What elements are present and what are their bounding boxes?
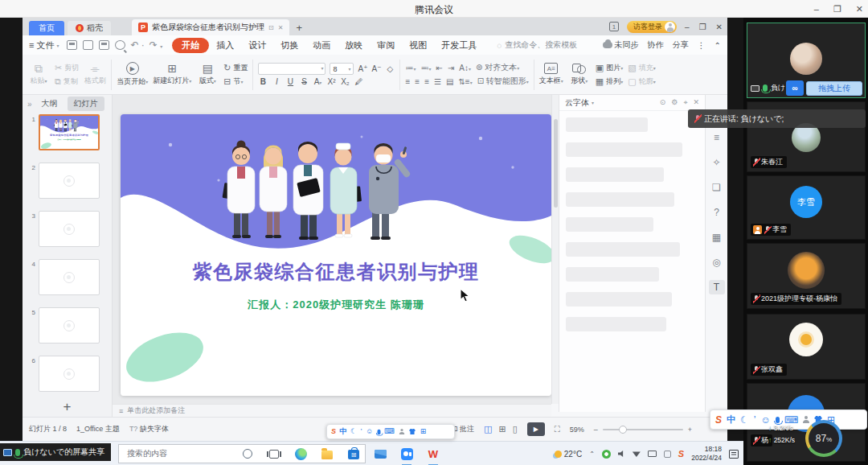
font-size-select[interactable]: 8▾ (330, 63, 354, 75)
network-icon[interactable] (633, 451, 641, 457)
slideshow-play-button[interactable]: ▶ (527, 422, 545, 436)
properties-icon[interactable]: ≡ (709, 130, 725, 145)
fill-button[interactable]: ▧填充▾ (628, 63, 655, 73)
align-right-icon[interactable]: ≡ (424, 77, 429, 86)
participant-tile[interactable]: 李雪 李雪 (747, 175, 866, 240)
normal-view-icon[interactable]: ◫ (484, 424, 492, 434)
section-button[interactable]: ⊟节▾ (223, 76, 248, 87)
task-view-button[interactable] (268, 447, 280, 460)
output-icon[interactable] (83, 40, 93, 50)
new-tab-button[interactable]: + (296, 19, 302, 35)
font-color-icon[interactable]: A▾ (313, 77, 322, 86)
reset-button[interactable]: ↻重置 (223, 63, 248, 73)
tray-expand-icon[interactable]: ⌃ (589, 451, 595, 458)
slide-thumbnail-4[interactable] (39, 259, 100, 295)
layout-button[interactable]: ▤ 版式▾ (196, 63, 219, 86)
more-icon[interactable]: ⋮ (698, 41, 706, 50)
share-button[interactable]: 分享 (673, 39, 689, 51)
window-icon[interactable]: ❏ (709, 180, 725, 195)
file-explorer-button[interactable] (321, 447, 334, 460)
bold-icon[interactable]: B (258, 77, 268, 86)
font-list[interactable] (559, 111, 705, 348)
comments-button[interactable]: ⊡ 批注 (452, 424, 474, 434)
textbox-button[interactable]: A≡ 文本框▾ (539, 63, 563, 86)
outdent-icon[interactable]: ⇤ (436, 64, 443, 72)
sogou-tray-icon[interactable]: S (678, 449, 684, 459)
undo-icon[interactable]: ↶ · (130, 39, 144, 51)
superscript-icon[interactable]: X² (326, 77, 336, 86)
indent-icon[interactable]: ⇥ (448, 64, 454, 72)
sync-status[interactable]: 未同步 (603, 39, 639, 51)
meeting-app-button[interactable] (400, 447, 413, 460)
menu-tab-design[interactable]: 设计 (241, 38, 273, 53)
wps-maximize-icon[interactable]: ❐ (699, 23, 706, 31)
align-left-icon[interactable]: ≡ (405, 77, 410, 86)
file-menu[interactable]: ≡ 文件 ▾ (29, 39, 59, 51)
cortana-button[interactable] (241, 447, 254, 460)
wps-app-button[interactable]: W (427, 447, 440, 460)
slide-thumbnail-1[interactable] (39, 114, 100, 150)
weather-widget[interactable]: 22°C (555, 450, 582, 459)
format-painter-button[interactable]: ⌯ 格式刷 (84, 63, 106, 86)
mail-button[interactable] (374, 447, 387, 460)
tab-slides[interactable]: 幻灯片 (68, 97, 104, 111)
subscript-icon[interactable]: X₂ (340, 77, 350, 86)
outline-button[interactable]: ▢轮廓▾ (628, 76, 655, 87)
slide-canvas[interactable]: 紫色尿袋综合征患者识别与护理 汇报人：2020级护理研究生 陈珊珊 (113, 95, 551, 404)
strike-icon[interactable]: S (299, 77, 309, 86)
canvas-scrollbar[interactable] (551, 95, 559, 404)
tab-close-icon[interactable]: ✕ (278, 24, 284, 31)
clear-format-icon[interactable]: ◇ (385, 64, 395, 73)
notes-bar[interactable]: ≡ 单击此处添加备注 (113, 404, 551, 417)
justify-icon[interactable]: ☰ (434, 77, 441, 86)
clock[interactable]: 18:18 2022/4/24 (691, 445, 722, 462)
menu-tab-devtools[interactable]: 开发工具 (434, 38, 484, 53)
menu-tab-transition[interactable]: 切换 (273, 38, 305, 53)
menu-tab-start[interactable]: 开始 (172, 38, 209, 53)
pen-tray-icon[interactable] (664, 451, 671, 458)
missing-font-warning[interactable]: T? 缺失字体 (129, 424, 169, 434)
store-button[interactable]: ⊞ (347, 447, 360, 460)
zoom-in-icon[interactable]: + (688, 426, 692, 434)
bullets-icon[interactable]: ≔▾ (405, 64, 416, 72)
tab-docer[interactable]: 稻壳 (68, 21, 111, 35)
tab-pin-icon[interactable]: ⊡ (268, 24, 274, 31)
zoom-out-icon[interactable]: – (594, 426, 598, 434)
participant-tile[interactable]: 张双鑫 (747, 314, 866, 380)
slide-thumbnail-5[interactable] (39, 307, 100, 344)
panel-close-icon[interactable]: ✕ (693, 98, 699, 107)
ime-language-icon[interactable]: 中 (727, 415, 735, 424)
save-icon[interactable] (67, 40, 77, 50)
align-center-icon[interactable]: ≡ (415, 77, 420, 86)
paste-button[interactable]: ⧉ 粘贴▾ (27, 63, 50, 86)
minimize-icon[interactable]: – (814, 4, 819, 14)
command-search[interactable]: ◌ 查找命令、搜索模板 (497, 39, 577, 51)
grow-font-icon[interactable]: A⁺ (358, 64, 367, 73)
punctuation-icon[interactable]: ’ (754, 415, 756, 425)
effects-icon[interactable]: ✧ (709, 155, 725, 170)
slide-thumbnail-3[interactable] (39, 211, 100, 247)
collab-button[interactable]: 协作 (648, 39, 664, 51)
help-icon[interactable]: ? (709, 205, 725, 220)
menu-tab-animation[interactable]: 动画 (305, 38, 338, 53)
tab-home[interactable]: 首页 (29, 21, 64, 35)
guest-login-badge[interactable]: 访客登录 (627, 21, 677, 33)
italic-icon[interactable]: I (272, 77, 281, 86)
account-icon[interactable] (803, 416, 809, 423)
wps-minimize-icon[interactable]: – (685, 23, 690, 31)
night-mode-icon[interactable]: ☾ (740, 415, 749, 425)
font-name-select[interactable] (258, 63, 326, 75)
print-preview-icon[interactable] (115, 40, 125, 50)
line-spacing-icon[interactable]: ⇅≡▾ (458, 77, 472, 86)
panel-collapse-icon[interactable]: » (27, 100, 32, 109)
gear-icon[interactable]: ⚙ (671, 98, 678, 107)
screen-share-banner[interactable]: 負けないで的屏幕共享 (0, 443, 111, 461)
collapse-ribbon-icon[interactable]: ⌃ (714, 41, 721, 50)
zoom-level[interactable]: 59% (570, 426, 584, 434)
cloud-font-tool-icon[interactable]: T (709, 280, 725, 294)
smart-graphic-button[interactable]: ⊡ 转智能图形▾ (477, 76, 529, 87)
volume-icon[interactable] (618, 451, 625, 457)
fit-slide-icon[interactable]: ⛶ (555, 425, 560, 434)
image-tool-icon[interactable]: ▦ (709, 230, 725, 245)
redo-icon[interactable]: ↷ ▾ (149, 39, 162, 51)
